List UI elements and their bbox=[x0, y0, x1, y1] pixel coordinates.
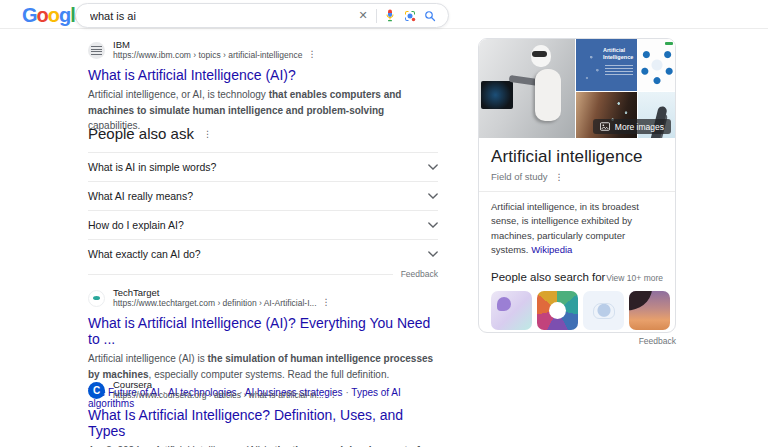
more-options-icon[interactable]: ⋮ bbox=[329, 390, 338, 400]
search-input[interactable] bbox=[76, 10, 353, 22]
paa-question-row[interactable]: What is AI in simple words? bbox=[88, 152, 438, 181]
site-name: Coursera bbox=[113, 380, 338, 390]
translation-thumbnail bbox=[491, 291, 532, 330]
result-title-link[interactable]: What Is Artificial Intelligence? Definit… bbox=[88, 407, 438, 439]
paa-question-row[interactable]: What AI really means? bbox=[88, 181, 438, 210]
result-snippet: Apr 3, 2024 — Artificial intelligence (A… bbox=[88, 443, 438, 447]
divider bbox=[376, 9, 377, 23]
search-icon[interactable] bbox=[420, 6, 440, 26]
robot-image[interactable] bbox=[479, 39, 575, 138]
photograph-thumbnail bbox=[629, 291, 670, 330]
people-also-search-for-section: People also search for View 10+ more Tra… bbox=[479, 257, 675, 333]
coursera-favicon-icon: C bbox=[88, 382, 105, 399]
ibm-favicon-icon bbox=[88, 42, 105, 59]
microphone-icon[interactable] bbox=[380, 6, 400, 26]
result-title-link[interactable]: What is Artificial Intelligence (AI)? bbox=[88, 67, 438, 83]
paa-question-row[interactable]: What exactly can AI do? bbox=[88, 239, 438, 268]
more-images-button[interactable]: More images bbox=[593, 119, 671, 134]
knowledge-panel-description: Artificial intelligence, in its broadest… bbox=[479, 192, 675, 257]
people-also-ask-title: People also ask bbox=[88, 125, 194, 142]
agi-thumbnail bbox=[583, 291, 624, 330]
google-lens-icon[interactable] bbox=[400, 6, 420, 26]
more-options-icon[interactable]: ⋮ bbox=[322, 298, 331, 308]
pasf-item-photograph[interactable]: Photograph bbox=[629, 291, 670, 333]
pasf-item-agi[interactable]: Artificial general intelligence bbox=[583, 291, 624, 333]
chevron-down-icon[interactable] bbox=[428, 193, 438, 199]
site-url: https://www.techtarget.com › definition … bbox=[113, 298, 331, 308]
site-name: IBM bbox=[113, 40, 316, 50]
header-bar: Google ✕ bbox=[0, 0, 768, 29]
knowledge-panel-image-grid: Artificial Intelligence More images bbox=[479, 39, 675, 138]
result-title-link[interactable]: What is Artificial Intelligence (AI)? Ev… bbox=[88, 315, 438, 347]
chevron-down-icon[interactable] bbox=[428, 251, 438, 257]
knowledge-panel: Artificial Intelligence More images Arti… bbox=[478, 38, 676, 333]
people-also-ask-section: People also ask ⋮ What is AI in simple w… bbox=[88, 119, 438, 279]
result-site-row[interactable]: TechTarget https://www.techtarget.com › … bbox=[88, 288, 438, 308]
intelligence-thumbnail bbox=[537, 291, 578, 330]
feedback-link[interactable]: Feedback bbox=[401, 269, 438, 279]
result-site-row[interactable]: C Coursera https://www.coursera.org › ar… bbox=[88, 380, 438, 400]
knowledge-panel-title: Artificial intelligence bbox=[491, 147, 663, 167]
search-bar[interactable]: ✕ bbox=[75, 3, 449, 28]
pasf-title: People also search for bbox=[491, 271, 605, 283]
more-options-icon[interactable]: ⋮ bbox=[203, 129, 212, 139]
view-more-link[interactable]: View 10+ more bbox=[606, 273, 663, 283]
techtarget-favicon-icon bbox=[88, 290, 105, 307]
ai-infographic-image[interactable]: Artificial Intelligence bbox=[576, 39, 637, 91]
search-result-coursera: C Coursera https://www.coursera.org › ar… bbox=[88, 380, 438, 447]
wikipedia-link[interactable]: Wikipedia bbox=[531, 244, 572, 255]
chevron-down-icon[interactable] bbox=[428, 164, 438, 170]
result-site-row[interactable]: IBM https://www.ibm.com › topics › artif… bbox=[88, 40, 438, 60]
image-icon bbox=[600, 122, 610, 131]
site-url: https://www.ibm.com › topics › artificia… bbox=[113, 50, 316, 60]
pasf-item-translation[interactable]: Translation bbox=[491, 291, 532, 333]
chevron-down-icon[interactable] bbox=[428, 222, 438, 228]
ai-components-diagram-image[interactable] bbox=[638, 39, 676, 91]
result-snippet: Artificial intelligence (AI) is the simu… bbox=[88, 351, 438, 382]
more-options-icon[interactable]: ⋮ bbox=[307, 50, 316, 60]
knowledge-panel-subtitle: Field of study bbox=[491, 171, 548, 182]
clear-icon[interactable]: ✕ bbox=[353, 6, 373, 26]
site-url: https://www.coursera.org › articles › wh… bbox=[113, 390, 338, 400]
more-options-icon[interactable]: ⋮ bbox=[555, 172, 564, 182]
site-name: TechTarget bbox=[113, 288, 331, 298]
divider bbox=[88, 274, 393, 275]
pasf-item-intelligence[interactable]: Intelligence bbox=[537, 291, 578, 333]
feedback-link[interactable]: Feedback bbox=[639, 336, 676, 346]
paa-question-row[interactable]: How do I explain AI? bbox=[88, 210, 438, 239]
